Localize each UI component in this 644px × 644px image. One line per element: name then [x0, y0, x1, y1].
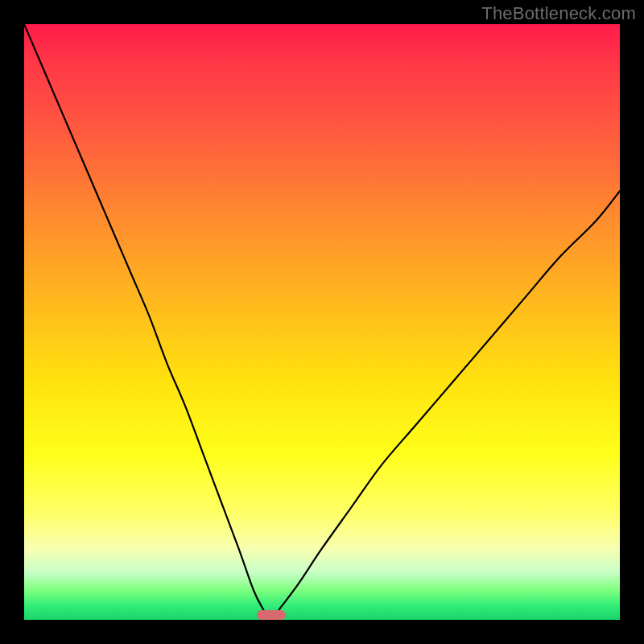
watermark-text: TheBottleneck.com	[481, 3, 636, 24]
bottleneck-curve	[24, 24, 620, 620]
optimum-marker	[257, 610, 286, 620]
plot-area	[24, 24, 620, 620]
chart-frame: TheBottleneck.com	[0, 0, 644, 644]
